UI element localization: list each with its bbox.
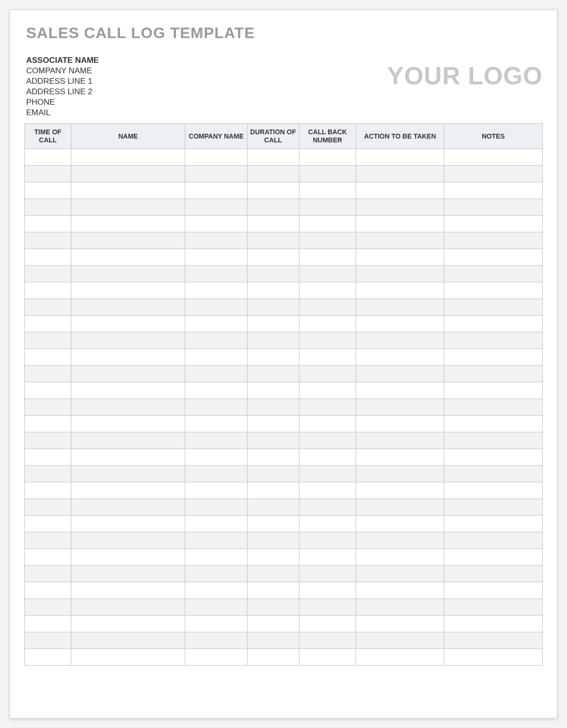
table-cell[interactable] [185,449,248,465]
table-cell[interactable] [247,565,299,582]
table-cell[interactable] [247,449,299,465]
table-cell[interactable] [299,365,356,382]
table-cell[interactable] [444,499,543,515]
table-cell[interactable] [444,632,543,648]
table-cell[interactable] [356,532,444,548]
table-cell[interactable] [71,499,185,515]
table-cell[interactable] [25,515,71,532]
table-cell[interactable] [299,349,356,365]
table-cell[interactable] [444,465,543,482]
table-cell[interactable] [444,149,543,165]
table-cell[interactable] [185,515,248,532]
table-cell[interactable] [185,315,248,332]
table-cell[interactable] [356,232,444,249]
table-cell[interactable] [185,648,248,665]
table-cell[interactable] [444,432,543,449]
table-cell[interactable] [299,399,356,415]
table-cell[interactable] [71,582,185,598]
table-cell[interactable] [247,615,299,632]
table-cell[interactable] [444,249,543,265]
table-cell[interactable] [71,465,185,482]
table-cell[interactable] [356,282,444,299]
table-cell[interactable] [299,282,356,299]
table-cell[interactable] [25,449,71,465]
table-cell[interactable] [444,399,543,415]
table-cell[interactable] [299,515,356,532]
table-cell[interactable] [247,382,299,399]
table-cell[interactable] [25,182,71,199]
table-cell[interactable] [356,449,444,465]
table-cell[interactable] [185,149,248,165]
table-cell[interactable] [185,215,248,232]
table-cell[interactable] [247,149,299,165]
table-cell[interactable] [185,465,248,482]
table-cell[interactable] [247,465,299,482]
table-cell[interactable] [71,149,185,165]
table-cell[interactable] [25,399,71,415]
table-cell[interactable] [185,548,248,565]
table-cell[interactable] [356,265,444,282]
table-cell[interactable] [356,598,444,615]
table-cell[interactable] [71,399,185,415]
table-cell[interactable] [71,332,185,349]
table-cell[interactable] [247,165,299,182]
table-cell[interactable] [444,648,543,665]
table-cell[interactable] [356,482,444,499]
table-cell[interactable] [356,565,444,582]
table-cell[interactable] [247,265,299,282]
table-cell[interactable] [444,215,543,232]
table-cell[interactable] [71,249,185,265]
table-cell[interactable] [356,349,444,365]
table-cell[interactable] [71,165,185,182]
table-cell[interactable] [247,315,299,332]
table-cell[interactable] [185,232,248,249]
table-cell[interactable] [356,515,444,532]
table-cell[interactable] [299,232,356,249]
table-cell[interactable] [185,532,248,548]
table-cell[interactable] [444,615,543,632]
table-cell[interactable] [185,432,248,449]
table-cell[interactable] [25,565,71,582]
table-cell[interactable] [247,499,299,515]
table-cell[interactable] [299,532,356,548]
table-cell[interactable] [25,165,71,182]
table-cell[interactable] [71,615,185,632]
table-cell[interactable] [299,215,356,232]
table-cell[interactable] [444,199,543,215]
table-cell[interactable] [247,548,299,565]
table-cell[interactable] [25,499,71,515]
table-cell[interactable] [25,265,71,282]
table-cell[interactable] [299,182,356,199]
table-cell[interactable] [185,615,248,632]
table-cell[interactable] [71,265,185,282]
table-cell[interactable] [299,499,356,515]
table-cell[interactable] [71,482,185,499]
table-cell[interactable] [356,365,444,382]
table-cell[interactable] [247,598,299,615]
table-cell[interactable] [185,349,248,365]
table-cell[interactable] [25,349,71,365]
table-cell[interactable] [71,299,185,315]
table-cell[interactable] [299,199,356,215]
table-cell[interactable] [25,598,71,615]
table-cell[interactable] [247,515,299,532]
table-cell[interactable] [185,482,248,499]
table-cell[interactable] [25,282,71,299]
table-cell[interactable] [299,598,356,615]
table-cell[interactable] [25,299,71,315]
table-cell[interactable] [356,315,444,332]
table-cell[interactable] [71,182,185,199]
table-cell[interactable] [71,215,185,232]
table-cell[interactable] [356,582,444,598]
table-cell[interactable] [247,415,299,432]
table-cell[interactable] [444,365,543,382]
table-cell[interactable] [71,315,185,332]
table-cell[interactable] [25,199,71,215]
table-cell[interactable] [444,548,543,565]
table-cell[interactable] [299,382,356,399]
table-cell[interactable] [185,365,248,382]
table-cell[interactable] [71,282,185,299]
table-cell[interactable] [71,365,185,382]
table-cell[interactable] [25,632,71,648]
table-cell[interactable] [444,582,543,598]
